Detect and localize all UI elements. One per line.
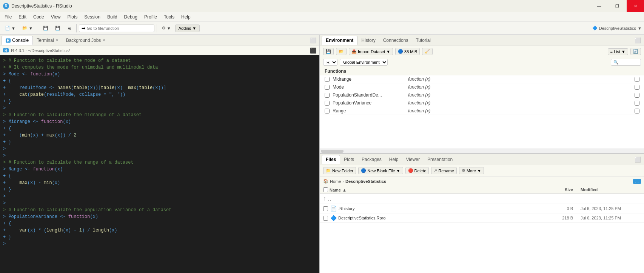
list-view-button[interactable]: ≡ List ▼ xyxy=(608,48,628,55)
menu-session[interactable]: Session xyxy=(81,14,103,20)
file-row-up[interactable]: ↑ .. xyxy=(320,194,644,204)
function-row[interactable]: PopulationStandardDe... function (x) xyxy=(323,91,641,99)
more-button[interactable]: ⚙ More ▼ xyxy=(459,167,484,174)
fn-expand-checkbox[interactable] xyxy=(635,101,639,106)
files-maximize-icon[interactable]: ⬜ xyxy=(633,156,642,163)
function-row[interactable]: Range function (x) xyxy=(323,107,641,115)
file-checkbox[interactable] xyxy=(323,216,328,221)
breadcrumb-action-button[interactable]: ... xyxy=(633,179,641,184)
background-jobs-close-icon[interactable]: ✕ xyxy=(102,38,105,42)
file-row[interactable]: 📄 .Rhistory 0 B Jul 6, 2023, 11:25 PM xyxy=(320,204,644,213)
fn-expand-checkbox[interactable] xyxy=(635,109,639,113)
workspace-button[interactable]: ⚙▼ xyxy=(159,24,174,32)
goto-file-function-box[interactable]: ➡ xyxy=(79,25,154,32)
maximize-button[interactable]: ❐ xyxy=(609,0,626,12)
fn-expand-checkbox[interactable] xyxy=(635,77,639,82)
tab-background-jobs[interactable]: Background Jobs ✕ xyxy=(62,36,109,44)
r-select[interactable]: R xyxy=(323,59,337,66)
env-h-scrollbar[interactable] xyxy=(320,149,644,153)
console-line: > xyxy=(3,105,316,112)
tab-console[interactable]: R Console xyxy=(2,36,33,45)
fn-checkbox[interactable] xyxy=(325,93,330,98)
tab-presentation[interactable]: Presentation xyxy=(424,155,456,164)
files-table: Name ▲ Size Modified ↑ .. 📄 .Rhistory 0 … xyxy=(320,186,644,273)
fn-expand-checkbox[interactable] xyxy=(635,93,639,98)
tab-connections[interactable]: Connections xyxy=(379,36,412,44)
new-folder-button[interactable]: 📁 New Folder xyxy=(323,167,356,174)
project-dropdown-arrow[interactable]: ▼ xyxy=(638,26,642,31)
fn-expand-checkbox[interactable] xyxy=(635,85,639,90)
delete-button[interactable]: 🔴 Delete xyxy=(405,167,429,174)
clear-env-button[interactable]: 🧹 xyxy=(422,48,433,55)
left-panel-maximize[interactable]: ⬜ xyxy=(308,37,318,44)
menu-code[interactable]: Code xyxy=(30,14,47,20)
global-env-select[interactable]: Global Environment xyxy=(340,59,388,66)
function-row[interactable]: Mode function (x) xyxy=(323,83,641,91)
goto-input[interactable] xyxy=(87,26,147,31)
new-file-button[interactable]: 📄▼ xyxy=(2,24,18,32)
open-file-button[interactable]: 📂▼ xyxy=(20,24,35,32)
console-clear-button[interactable]: ⬛ xyxy=(310,48,316,54)
env-save-button[interactable]: 💾 xyxy=(323,48,334,55)
addins-button[interactable]: Addins ▼ xyxy=(175,25,200,32)
fn-checkbox[interactable] xyxy=(325,77,330,82)
tab-help[interactable]: Help xyxy=(385,155,402,164)
tab-environment[interactable]: Environment xyxy=(322,36,357,45)
close-button[interactable]: ✕ xyxy=(627,0,644,12)
env-open-button[interactable]: 📂 xyxy=(336,48,347,55)
env-minimize-icon[interactable]: — xyxy=(623,37,632,44)
file-row[interactable]: 🔷 DescriptiveStatistics.Rproj 218 B Jul … xyxy=(320,213,644,223)
menu-build[interactable]: Build xyxy=(104,14,120,20)
save-button[interactable]: 💾 xyxy=(40,24,51,32)
save-all-button[interactable]: 💾 xyxy=(52,24,63,32)
menu-tools[interactable]: Tools xyxy=(161,14,177,20)
tab-terminal[interactable]: Terminal ✕ xyxy=(33,36,62,44)
fn-checkbox[interactable] xyxy=(325,101,330,106)
console-line: > # Function to calculate the population… xyxy=(3,207,316,213)
function-row[interactable]: Midrange function (x) xyxy=(323,75,641,83)
menu-view[interactable]: View xyxy=(48,14,64,20)
console-line: + { xyxy=(3,78,316,84)
env-scrollbar-thumb[interactable] xyxy=(321,150,344,153)
tab-tutorial[interactable]: Tutorial xyxy=(412,36,434,44)
env-search[interactable] xyxy=(611,59,641,66)
new-file-dropdown: ▼ xyxy=(396,169,401,173)
menu-help[interactable]: Help xyxy=(178,14,194,20)
refresh-env-button[interactable]: 🔄 xyxy=(630,48,641,55)
toolbar-separator xyxy=(38,24,38,32)
console-output[interactable]: > # Function to calculate the mode of a … xyxy=(0,55,319,273)
menu-edit[interactable]: Edit xyxy=(15,14,29,20)
select-all-checkbox[interactable] xyxy=(323,187,328,192)
breadcrumb-separator: › xyxy=(342,179,344,184)
menu-profile[interactable]: Profile xyxy=(141,14,160,20)
size-col-header: Size xyxy=(550,187,581,192)
menu-file[interactable]: File xyxy=(2,14,15,20)
env-maximize-icon[interactable]: ⬜ xyxy=(633,37,642,44)
fn-checkbox[interactable] xyxy=(325,85,330,90)
tab-packages[interactable]: Packages xyxy=(358,155,385,164)
import-dataset-button[interactable]: 📥 Import Dataset ▼ xyxy=(349,48,393,55)
menu-plots[interactable]: Plots xyxy=(65,14,81,20)
print-button[interactable]: 🖨 xyxy=(65,25,74,32)
files-minimize-icon[interactable]: — xyxy=(623,156,632,163)
rename-button[interactable]: ↗ Rename xyxy=(431,167,457,174)
left-panel-minimize[interactable]: — xyxy=(205,37,213,44)
workspace-icon: ⚙ xyxy=(162,26,166,31)
tab-viewer[interactable]: Viewer xyxy=(402,155,423,164)
terminal-close-icon[interactable]: ✕ xyxy=(55,38,59,42)
tab-history[interactable]: History xyxy=(357,36,379,44)
function-row[interactable]: PopulationVariance function (x) xyxy=(323,99,641,107)
fn-checkbox[interactable] xyxy=(325,109,330,113)
tab-plots[interactable]: Plots xyxy=(340,155,358,164)
file-checkbox[interactable] xyxy=(323,206,328,211)
new-blank-file-button[interactable]: 🔵 New Blank File ▼ xyxy=(358,167,403,174)
minimize-button[interactable]: — xyxy=(590,0,608,12)
env-search-input[interactable] xyxy=(611,59,641,66)
console-line: > xyxy=(3,241,316,247)
background-jobs-tab-label: Background Jobs xyxy=(66,38,101,43)
breadcrumb-home[interactable]: Home xyxy=(330,179,341,184)
console-line: + (min(x) + max(x)) / 2 xyxy=(3,132,316,139)
tab-files[interactable]: Files xyxy=(322,155,340,164)
broom-icon: 🧹 xyxy=(425,49,430,54)
menu-debug[interactable]: Debug xyxy=(121,14,140,20)
